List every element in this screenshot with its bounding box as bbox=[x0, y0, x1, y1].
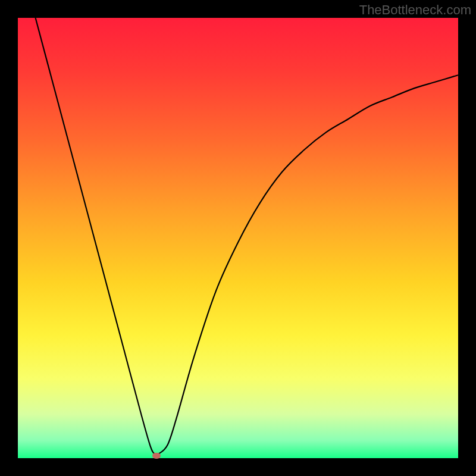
curve-layer bbox=[18, 18, 458, 458]
watermark-text: TheBottleneck.com bbox=[359, 2, 471, 18]
bottleneck-curve bbox=[36, 18, 458, 455]
chart-frame bbox=[17, 17, 459, 459]
plot-area bbox=[18, 18, 458, 458]
optimal-point-marker bbox=[152, 453, 161, 459]
